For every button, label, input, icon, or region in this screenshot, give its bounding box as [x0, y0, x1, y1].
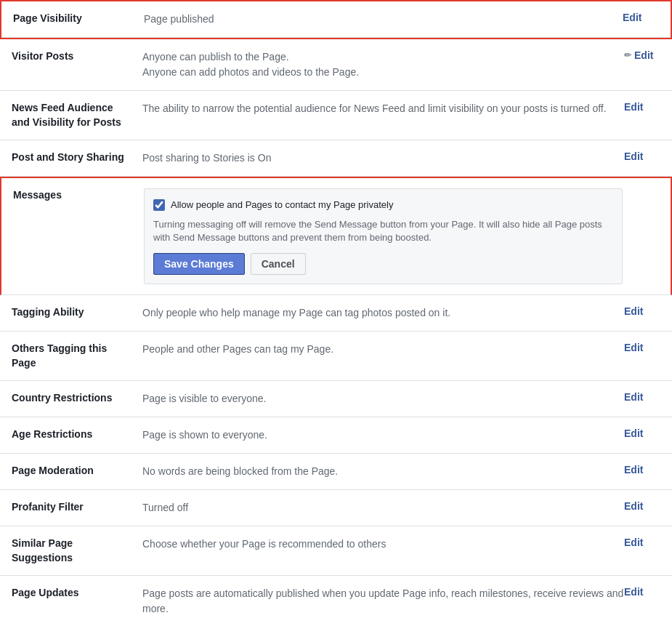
similar-page-suggestions-label: Similar Page Suggestions	[12, 537, 142, 565]
page-visibility-label: Page Visibility	[13, 12, 144, 26]
save-changes-button[interactable]: Save Changes	[153, 253, 245, 275]
settings-row-profanity-filter: Profanity Filter Turned off Edit	[0, 490, 672, 526]
page-moderation-value: No words are being blocked from the Page…	[142, 464, 624, 479]
settings-row-similar-page-suggestions: Similar Page Suggestions Choose whether …	[0, 526, 672, 576]
settings-row-tagging-ability: Tagging Ability Only people who help man…	[0, 295, 672, 332]
age-restrictions-edit-link[interactable]: Edit	[624, 428, 643, 439]
messages-content: Allow people and Pages to contact my Pag…	[144, 188, 623, 284]
page-visibility-edit[interactable]: Edit	[623, 12, 659, 23]
news-feed-audience-label: News Feed Audience and Visibility for Po…	[12, 101, 142, 129]
page-visibility-edit-link[interactable]: Edit	[623, 12, 641, 23]
cancel-button[interactable]: Cancel	[251, 253, 306, 275]
settings-row-age-restrictions: Age Restrictions Page is shown to everyo…	[0, 417, 672, 454]
settings-row-post-story-sharing: Post and Story Sharing Post sharing to S…	[0, 140, 672, 177]
page-updates-edit-link[interactable]: Edit	[624, 586, 643, 598]
messages-label: Messages	[13, 188, 144, 203]
post-story-sharing-value: Post sharing to Stories is On	[142, 151, 624, 166]
similar-page-suggestions-edit-link[interactable]: Edit	[624, 537, 643, 548]
age-restrictions-edit[interactable]: Edit	[624, 428, 660, 439]
similar-page-suggestions-edit[interactable]: Edit	[624, 537, 660, 548]
news-feed-audience-edit-link[interactable]: Edit	[624, 101, 643, 113]
country-restrictions-label: Country Restrictions	[12, 391, 142, 406]
visitor-posts-label: Visitor Posts	[12, 49, 142, 64]
messages-checkbox-label: Allow people and Pages to contact my Pag…	[171, 198, 393, 212]
settings-row-page-visibility: Page Visibility Page published Edit	[0, 0, 672, 39]
visitor-posts-edit[interactable]: ✏ Edit	[624, 49, 660, 61]
news-feed-audience-value: The ability to narrow the potential audi…	[142, 101, 624, 116]
tagging-ability-value: Only people who help manage my Page can …	[142, 305, 624, 321]
settings-row-others-tagging: Others Tagging this Page People and othe…	[0, 332, 672, 381]
similar-page-suggestions-value: Choose whether your Page is recommended …	[142, 537, 624, 552]
tagging-ability-label: Tagging Ability	[12, 305, 142, 320]
settings-row-country-restrictions: Country Restrictions Page is visible to …	[0, 381, 672, 417]
others-tagging-value: People and other Pages can tag my Page.	[142, 342, 624, 357]
profanity-filter-value: Turned off	[142, 500, 624, 515]
messages-description: Turning messaging off will remove the Se…	[153, 218, 613, 244]
settings-row-news-feed-audience: News Feed Audience and Visibility for Po…	[0, 91, 672, 140]
settings-row-page-moderation: Page Moderation No words are being block…	[0, 454, 672, 490]
page-updates-edit[interactable]: Edit	[624, 586, 660, 598]
news-feed-audience-edit[interactable]: Edit	[624, 101, 660, 113]
others-tagging-edit-link[interactable]: Edit	[624, 342, 643, 353]
country-restrictions-edit-link[interactable]: Edit	[624, 391, 643, 403]
others-tagging-label: Others Tagging this Page	[12, 342, 142, 370]
page-moderation-edit-link[interactable]: Edit	[624, 464, 643, 475]
page-moderation-label: Page Moderation	[12, 464, 142, 478]
age-restrictions-label: Age Restrictions	[12, 428, 142, 442]
profanity-filter-edit[interactable]: Edit	[624, 500, 660, 512]
settings-row-messages: Messages Allow people and Pages to conta…	[0, 177, 672, 295]
messages-checkbox[interactable]	[153, 199, 165, 211]
country-restrictions-value: Page is visible to everyone.	[142, 391, 624, 406]
others-tagging-edit[interactable]: Edit	[624, 342, 660, 353]
settings-row-page-updates: Page Updates Page posts are automaticall…	[0, 576, 672, 626]
country-restrictions-edit[interactable]: Edit	[624, 391, 660, 403]
page-updates-value: Page posts are automatically published w…	[142, 586, 624, 617]
page-updates-label: Page Updates	[12, 586, 142, 601]
tagging-ability-edit-link[interactable]: Edit	[624, 305, 643, 317]
profanity-filter-label: Profanity Filter	[12, 500, 142, 515]
pencil-icon: ✏	[624, 50, 631, 60]
page-moderation-edit[interactable]: Edit	[624, 464, 660, 475]
post-story-sharing-label: Post and Story Sharing	[12, 151, 142, 165]
post-story-sharing-edit-link[interactable]: Edit	[624, 151, 643, 162]
profanity-filter-edit-link[interactable]: Edit	[624, 500, 643, 512]
page-visibility-value: Page published	[144, 12, 623, 27]
tagging-ability-edit[interactable]: Edit	[624, 305, 660, 317]
post-story-sharing-edit[interactable]: Edit	[624, 151, 660, 162]
visitor-posts-edit-link[interactable]: Edit	[634, 49, 653, 61]
visitor-posts-value: Anyone can publish to the Page.Anyone ca…	[142, 49, 624, 80]
age-restrictions-value: Page is shown to everyone.	[142, 428, 624, 443]
settings-row-visitor-posts: Visitor Posts Anyone can publish to the …	[0, 39, 672, 91]
